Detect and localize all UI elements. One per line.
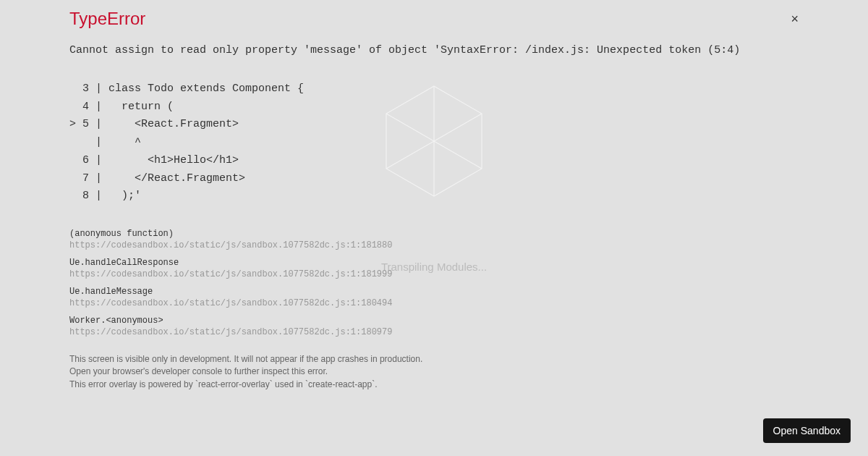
stack-fn: Worker.<anonymous> [69, 316, 799, 326]
stack-frame: Ue.handleCallResponse https://codesandbo… [69, 258, 799, 279]
footer-line: This error overlay is powered by `react-… [69, 379, 799, 391]
error-message: Cannot assign to read only property 'mes… [69, 42, 799, 60]
error-overlay: TypeError × Cannot assign to read only p… [69, 9, 799, 391]
stack-frame: Ue.handleMessage https://codesandbox.io/… [69, 287, 799, 308]
close-icon[interactable]: × [791, 12, 799, 25]
stack-frame: Worker.<anonymous> https://codesandbox.i… [69, 316, 799, 337]
footer-notice: This screen is visible only in developme… [69, 353, 799, 391]
stack-loc: https://codesandbox.io/static/js/sandbox… [69, 269, 799, 279]
stack-loc: https://codesandbox.io/static/js/sandbox… [69, 327, 799, 337]
stack-fn: Ue.handleMessage [69, 287, 799, 297]
error-type-heading: TypeError [69, 9, 145, 29]
stack-fn: (anonymous function) [69, 229, 799, 239]
code-frame: 3 | class Todo extends Component { 4 | r… [69, 80, 799, 206]
stack-loc: https://codesandbox.io/static/js/sandbox… [69, 240, 799, 250]
stack-trace: (anonymous function) https://codesandbox… [69, 229, 799, 337]
stack-frame: (anonymous function) https://codesandbox… [69, 229, 799, 250]
footer-line: Open your browser's developer console to… [69, 366, 799, 378]
footer-line: This screen is visible only in developme… [69, 353, 799, 366]
stack-loc: https://codesandbox.io/static/js/sandbox… [69, 298, 799, 308]
stack-fn: Ue.handleCallResponse [69, 258, 799, 268]
open-sandbox-button[interactable]: Open Sandbox [763, 418, 851, 443]
